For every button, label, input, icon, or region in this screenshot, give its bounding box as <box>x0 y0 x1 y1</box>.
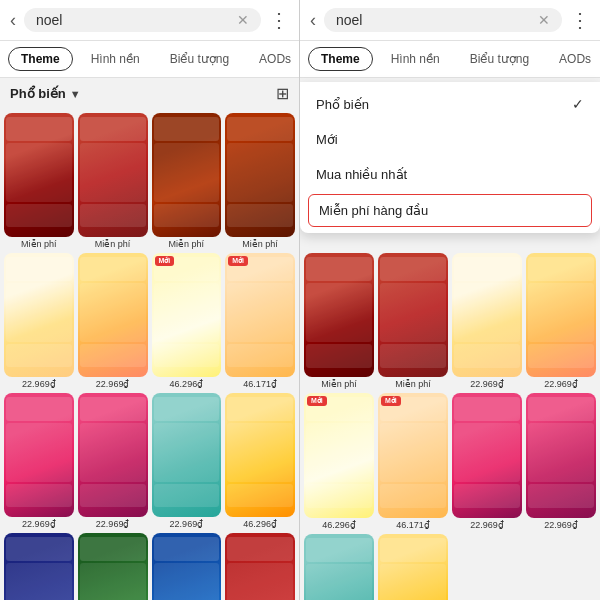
theme-item[interactable]: 22.969₫ <box>452 253 522 389</box>
left-tab-bieututng[interactable]: Biểu tượng <box>158 48 241 70</box>
theme-item[interactable]: 22.969₫ <box>526 393 596 529</box>
theme-price: 22.969₫ <box>470 520 504 530</box>
theme-badge: Mới <box>381 396 401 406</box>
theme-price: Miễn phí <box>242 239 278 249</box>
right-tab-bieututng[interactable]: Biểu tượng <box>458 48 541 70</box>
theme-item[interactable]: Miễn phí <box>4 113 74 249</box>
theme-item[interactable]: 22.969₫ <box>4 253 74 389</box>
dropdown-item[interactable]: Mua nhiều nhất <box>300 157 600 192</box>
theme-price: 22.969₫ <box>22 379 56 389</box>
theme-price: 22.969₫ <box>170 519 204 529</box>
left-tabs: Theme Hình nền Biểu tượng AODs <box>0 41 299 78</box>
left-search-query: noel <box>36 12 237 28</box>
right-search-query: noel <box>336 12 538 28</box>
theme-item[interactable]: 22.969₫ <box>452 393 522 529</box>
left-tab-hinhanh[interactable]: Hình nền <box>79 48 152 70</box>
theme-item[interactable]: 22.969₫ <box>78 393 148 529</box>
theme-item[interactable]: Miễn phí <box>78 113 148 249</box>
theme-price: Miễn phí <box>169 239 205 249</box>
dropdown-item-label: Miễn phí hàng đầu <box>319 203 428 218</box>
theme-item[interactable]: Mới46.171₫ <box>225 253 295 389</box>
theme-price: 46.296₫ <box>322 520 356 530</box>
dropdown-item-label: Phổ biến <box>316 97 369 112</box>
theme-price: 22.969₫ <box>544 379 578 389</box>
theme-item[interactable]: 22.969₫ <box>78 253 148 389</box>
left-tab-theme[interactable]: Theme <box>8 47 73 71</box>
theme-item[interactable]: 46.296₫ <box>225 393 295 529</box>
theme-badge: Mới <box>155 256 175 266</box>
theme-item[interactable]: 22.969₫ <box>4 533 74 600</box>
dropdown-item-label: Mới <box>316 132 338 147</box>
theme-item[interactable]: 22.969₫ <box>152 533 222 600</box>
left-filter-arrow-icon: ▼ <box>70 88 81 100</box>
theme-item[interactable]: Miễn phí <box>304 253 374 389</box>
theme-price: 46.296₫ <box>243 519 277 529</box>
right-tabs: Theme Hình nền Biểu tượng AODs <box>300 41 600 78</box>
left-filter-bar: Phổ biến ▼ ⊞ <box>0 78 299 109</box>
theme-price: 22.969₫ <box>544 520 578 530</box>
dropdown-item-label: Mua nhiều nhất <box>316 167 407 182</box>
theme-item[interactable]: Miễn phí <box>378 253 448 389</box>
left-filter-dropdown[interactable]: Phổ biến ▼ <box>10 86 81 101</box>
left-search-clear[interactable]: ✕ <box>237 12 249 28</box>
theme-price: Miễn phí <box>21 239 57 249</box>
theme-price: Miễn phí <box>95 239 131 249</box>
left-filter-label: Phổ biến <box>10 86 66 101</box>
left-themes-grid: Miễn phíMiễn phíMiễn phíMiễn phí22.969₫2… <box>0 109 299 600</box>
dropdown-item[interactable]: Phổ biến✓ <box>300 86 600 122</box>
left-more-button[interactable]: ⋮ <box>269 8 289 32</box>
dropdown-check-icon: ✓ <box>572 96 584 112</box>
theme-item[interactable]: Mới46.171₫ <box>378 393 448 529</box>
left-search-bar: ‹ noel ✕ ⋮ <box>0 0 299 41</box>
theme-item[interactable]: 22.969₫ <box>152 393 222 529</box>
theme-price: 46.296₫ <box>170 379 204 389</box>
right-tab-aods[interactable]: AODs <box>547 48 600 70</box>
theme-item[interactable]: 46.296₫ <box>304 534 374 600</box>
right-tab-hinhanh[interactable]: Hình nền <box>379 48 452 70</box>
theme-price: 22.969₫ <box>470 379 504 389</box>
dropdown-item[interactable]: Miễn phí hàng đầu <box>308 194 592 227</box>
theme-item[interactable]: Mới46.296₫ <box>304 393 374 529</box>
theme-price: Miễn phí <box>395 379 431 389</box>
theme-price: 22.969₫ <box>22 519 56 529</box>
theme-item[interactable]: 22.969₫ <box>526 253 596 389</box>
theme-item[interactable]: 22.969₫ <box>4 393 74 529</box>
right-panel: ‹ noel ✕ ⋮ Theme Hình nền Biểu tượng AOD… <box>300 0 600 600</box>
theme-price: 22.969₫ <box>96 519 130 529</box>
right-filter-dropdown-menu[interactable]: Phổ biến✓MớiMua nhiều nhấtMiễn phí hàng … <box>300 82 600 233</box>
right-search-bar: ‹ noel ✕ ⋮ <box>300 0 600 41</box>
theme-price: Miễn phí <box>321 379 357 389</box>
theme-item[interactable]: 46.171₫ <box>378 534 448 600</box>
left-tab-aods[interactable]: AODs <box>247 48 300 70</box>
theme-price: 22.969₫ <box>96 379 130 389</box>
left-grid-toggle[interactable]: ⊞ <box>276 84 289 103</box>
theme-price: 46.171₫ <box>243 379 277 389</box>
theme-price: 46.171₫ <box>396 520 430 530</box>
theme-item[interactable]: 22.969₫ <box>78 533 148 600</box>
right-back-button[interactable]: ‹ <box>310 10 316 31</box>
left-search-input-area[interactable]: noel ✕ <box>24 8 261 32</box>
left-back-button[interactable]: ‹ <box>10 10 16 31</box>
right-more-button[interactable]: ⋮ <box>570 8 590 32</box>
dropdown-item[interactable]: Mới <box>300 122 600 157</box>
theme-item[interactable]: Miễn phí <box>225 113 295 249</box>
right-search-input-area[interactable]: noel ✕ <box>324 8 562 32</box>
left-panel: ‹ noel ✕ ⋮ Theme Hình nền Biểu tượng AOD… <box>0 0 300 600</box>
theme-item[interactable]: Miễn phí <box>152 113 222 249</box>
theme-item[interactable]: Mới46.296₫ <box>152 253 222 389</box>
right-themes-grid: Miễn phíMiễn phí22.969₫22.969₫Mới46.296₫… <box>300 249 600 600</box>
right-search-clear[interactable]: ✕ <box>538 12 550 28</box>
theme-badge: Mới <box>228 256 248 266</box>
theme-item[interactable]: 46.296₫ <box>225 533 295 600</box>
theme-badge: Mới <box>307 396 327 406</box>
right-tab-theme[interactable]: Theme <box>308 47 373 71</box>
